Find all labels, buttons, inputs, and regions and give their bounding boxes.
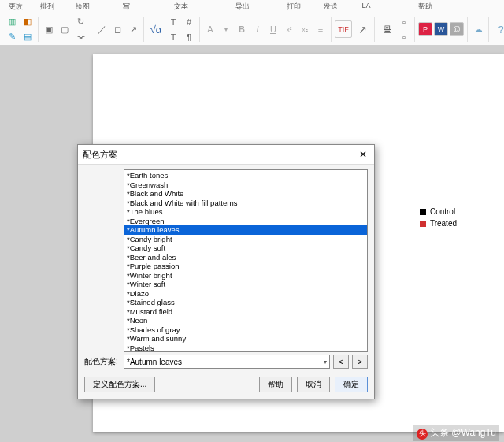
combo-value: *Autumn leaves (127, 358, 182, 366)
scheme-item[interactable]: *Diazo (124, 289, 367, 299)
scheme-item[interactable]: *Earth tones (124, 171, 367, 180)
watermark-avatar-icon: 头 (417, 429, 428, 440)
link-icon[interactable]: ⫘ (73, 30, 87, 44)
dialog-body: *Earth tones*Greenwash*Black and White*B… (78, 165, 374, 399)
send-word-icon[interactable]: W (434, 22, 448, 36)
bold-icon[interactable]: B (235, 22, 249, 36)
italic-icon[interactable]: I (250, 22, 265, 36)
legend-treated-label: Treated (430, 219, 457, 228)
swatch-treated-icon (420, 221, 426, 227)
export-tiff-icon[interactable]: TIF (335, 20, 352, 38)
dialog-titlebar[interactable]: 配色方案 ✕ (78, 145, 374, 165)
scheme-item[interactable]: *Purple passion (124, 262, 367, 271)
scheme-listbox[interactable]: *Earth tones*Greenwash*Black and White*B… (124, 169, 368, 352)
hash-icon[interactable]: # (182, 15, 196, 29)
chart-edit-icon[interactable]: ✎ (5, 30, 19, 44)
next-scheme-button[interactable]: > (352, 355, 368, 369)
scheme-item[interactable]: *Candy soft (124, 243, 367, 253)
legend-treated: Treated (420, 219, 457, 228)
help-button[interactable]: 帮助 (259, 377, 292, 392)
legend-control: Control (420, 207, 457, 216)
scheme-item[interactable]: *Pastels (124, 344, 367, 353)
ribbon-group-labels: 更改 排列 绘图 写 文本 导出 打印 发送 LA 帮助 (0, 0, 504, 13)
ok-button[interactable]: 确定 (335, 377, 368, 392)
scheme-item[interactable]: *Candy bright (124, 235, 367, 244)
gradient-icon[interactable]: ▤ (20, 30, 35, 44)
scheme-item[interactable]: *Stained glass (124, 298, 367, 307)
align-front-icon[interactable]: ▣ (42, 22, 56, 36)
send-ppt-icon[interactable]: P (418, 22, 432, 36)
color-scheme-dialog: 配色方案 ✕ *Earth tones*Greenwash*Black and … (77, 144, 375, 399)
scheme-item[interactable]: *Winter bright (124, 271, 367, 280)
text-tool-t1-icon[interactable]: T (166, 15, 180, 29)
scheme-item[interactable]: *Beer and ales (124, 253, 367, 262)
scheme-item[interactable]: *The blues (124, 207, 367, 217)
align-back-icon[interactable]: ▢ (57, 22, 72, 36)
ribbon-group-arrange: 排列 (32, 0, 63, 13)
line-icon[interactable]: ／ (94, 22, 109, 36)
ribbon-group-text: 文本 (150, 0, 213, 13)
print-icon[interactable]: 🖶 (378, 20, 395, 38)
legend-control-label: Control (430, 207, 455, 216)
export-out-icon[interactable]: ↗ (354, 20, 371, 38)
chart-type-icon[interactable]: ▥ (5, 15, 19, 29)
scheme-item[interactable]: *Shades of gray (124, 325, 367, 335)
ribbon-group-change: 更改 (0, 0, 32, 13)
scheme-item[interactable]: *Winter soft (124, 280, 367, 289)
scheme-item[interactable]: *Mustard field (124, 307, 367, 317)
arrow-icon[interactable]: ↗ (126, 22, 140, 36)
scheme-item[interactable]: *Warm and sunny (124, 334, 367, 344)
ribbon: 更改 排列 绘图 写 文本 导出 打印 发送 LA 帮助 ▥ ✎ ◧ ▤ ▣ ▢… (0, 0, 504, 46)
ribbon-group-export: 导出 (213, 0, 272, 13)
ribbon-tools: ▥ ✎ ◧ ▤ ▣ ▢ ↻ ⫘ ／ ◻ ↗ √α T T (0, 13, 504, 45)
print-one-icon[interactable]: ▫ (397, 15, 411, 29)
chart-legend: Control Treated (420, 207, 457, 231)
cancel-button[interactable]: 取消 (297, 377, 330, 392)
print-all-icon[interactable]: ▫ (397, 30, 411, 44)
scheme-item[interactable]: *Black and White with fill patterns (124, 199, 367, 208)
paragraph-icon[interactable]: ¶ (182, 30, 196, 44)
sqrt-icon[interactable]: √α (147, 20, 165, 38)
ribbon-group-send: 发送 (315, 0, 346, 13)
ribbon-group-help: 帮助 (410, 0, 441, 13)
watermark: 头头条 @WangTu (413, 425, 499, 441)
combo-label: 配色方案: (84, 356, 120, 367)
text-tool-t2-icon[interactable]: T (166, 30, 180, 44)
scheme-item[interactable]: *Black and White (124, 189, 367, 199)
underline-icon[interactable]: U (266, 22, 280, 36)
define-scheme-button[interactable]: 定义配色方案... (84, 377, 155, 392)
workspace: Control Treated ntrol ated 90 80 70 60 5… (0, 46, 504, 442)
rotate-icon[interactable]: ↻ (73, 15, 87, 29)
scheme-item[interactable]: *Neon (124, 316, 367, 325)
ribbon-group-write: 写 (102, 0, 150, 13)
font-size-icon[interactable]: A (203, 22, 217, 36)
scheme-item[interactable]: *Autumn leaves (124, 225, 367, 235)
dialog-title: 配色方案 (83, 149, 117, 161)
chevron-down-icon: ▾ (324, 358, 327, 366)
scheme-item[interactable]: *Evergreen (124, 217, 367, 226)
cloud-icon[interactable]: ☁ (471, 22, 485, 36)
super-icon[interactable]: x² (282, 22, 296, 36)
ribbon-group-draw: 绘图 (63, 0, 102, 13)
swatch-control-icon (420, 209, 426, 215)
help-icon[interactable]: ? (492, 20, 504, 38)
ribbon-group-la: LA (346, 0, 386, 13)
prev-scheme-button[interactable]: < (333, 355, 349, 369)
scheme-combobox[interactable]: *Autumn leaves ▾ (124, 355, 330, 369)
send-mail-icon[interactable]: @ (450, 22, 464, 36)
scheme-item[interactable]: *Greenwash (124, 180, 367, 190)
sub-icon[interactable]: x₂ (298, 22, 312, 36)
align-left-icon[interactable]: ≡ (313, 22, 328, 36)
shape-icon[interactable]: ◻ (110, 22, 124, 36)
font-dropdown-icon[interactable]: ▾ (219, 22, 233, 36)
ribbon-group-print: 打印 (272, 0, 315, 13)
close-icon[interactable]: ✕ (357, 148, 369, 161)
watermark-text: 头条 @WangTu (430, 427, 496, 438)
palette-icon[interactable]: ◧ (20, 15, 35, 29)
